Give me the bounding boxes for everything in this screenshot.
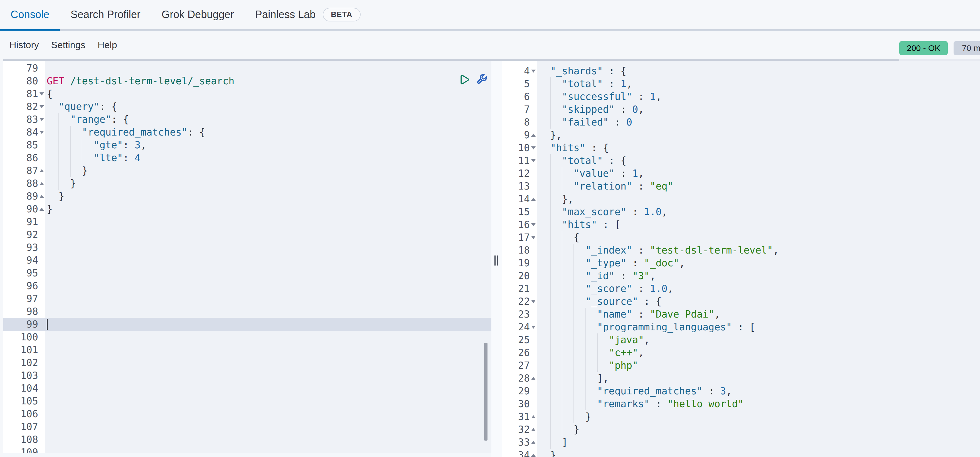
line-number: 97 <box>26 292 38 305</box>
fold-triangle-up-icon[interactable] <box>531 134 536 137</box>
fold-triangle-down-icon[interactable] <box>531 70 536 73</box>
line-number: 33 <box>518 436 530 449</box>
console-editors: 7980GET /test-dsl-term-level/_search81{8… <box>0 59 980 457</box>
fold-triangle-up-icon[interactable] <box>531 441 536 444</box>
fold-triangle-up-icon[interactable] <box>531 415 536 418</box>
code-token: : [ <box>732 322 755 333</box>
tab-console[interactable]: Console <box>0 0 60 29</box>
code-token: "hits" <box>562 219 597 230</box>
code-token: : { <box>111 114 129 125</box>
indent-guide <box>550 167 550 180</box>
fold-triangle-up-icon[interactable] <box>40 208 44 211</box>
indent-guide <box>59 126 59 139</box>
fold-triangle-up-icon[interactable] <box>531 454 536 457</box>
fold-triangle-down-icon[interactable] <box>40 92 44 96</box>
code-token: "total" <box>562 78 603 89</box>
indent-guide <box>585 372 586 385</box>
code-token <box>47 127 82 138</box>
fold-triangle-up-icon[interactable] <box>531 377 536 380</box>
indent-guide <box>562 359 562 372</box>
code-token: 4 <box>135 152 140 163</box>
code-token: 0 <box>626 116 632 128</box>
code-token: : <box>650 398 667 409</box>
fold-triangle-down-icon[interactable] <box>40 131 44 134</box>
code-token <box>64 75 70 86</box>
console-menu-bar: History Settings Help 200 - OK 70 ms <box>0 30 980 59</box>
panel-resizer[interactable] <box>492 61 503 457</box>
code-token: { <box>538 232 580 243</box>
code-token: : { <box>585 142 609 153</box>
request-scrollbar-thumb[interactable] <box>484 343 487 441</box>
send-request-button[interactable] <box>457 72 471 87</box>
code-line: 18 "_index" : "test-dsl-term-level", <box>502 244 980 256</box>
fold-triangle-up-icon[interactable] <box>40 182 44 185</box>
code-token: "required_matches" <box>597 385 703 396</box>
tab-search-profiler[interactable]: Search Profiler <box>60 0 151 29</box>
fold-triangle-up-icon[interactable] <box>531 428 536 431</box>
fold-triangle-down-icon[interactable] <box>531 236 536 239</box>
code-token: "Dave Pdai" <box>650 309 714 320</box>
code-line-text <box>45 62 492 75</box>
line-number: 79 <box>26 62 38 75</box>
line-number: 22 <box>518 295 530 308</box>
line-number: 27 <box>518 359 530 372</box>
code-line-text: "_score" : 1.0, <box>537 282 980 295</box>
code-line-text: "total" : 1, <box>537 77 980 90</box>
indent-guide <box>70 151 71 164</box>
indent-guide <box>562 180 562 193</box>
menu-item-history[interactable]: History <box>10 40 39 50</box>
code-line-text: "relation" : "eq" <box>537 180 980 193</box>
code-line: 103 <box>3 369 492 382</box>
text-cursor <box>47 318 48 330</box>
fold-triangle-down-icon[interactable] <box>531 146 536 150</box>
fold-triangle-down-icon[interactable] <box>531 300 536 303</box>
fold-triangle-down-icon[interactable] <box>40 105 44 108</box>
code-line-text: "php" <box>537 359 980 372</box>
code-token <box>538 168 573 179</box>
code-line: 80GET /test-dsl-term-level/_search <box>3 75 492 88</box>
request-options-button[interactable] <box>474 72 488 87</box>
code-token: : { <box>638 296 662 307</box>
code-token: : <box>632 309 650 320</box>
code-token: , <box>714 309 720 320</box>
code-token: 3 <box>720 385 726 396</box>
code-line: 97 <box>3 292 492 305</box>
fold-triangle-up-icon[interactable] <box>40 195 44 198</box>
code-line: 107 <box>3 420 492 433</box>
fold-triangle-up-icon[interactable] <box>40 169 44 172</box>
indent-guide <box>573 372 574 385</box>
response-viewer[interactable]: 4 "_shards" : {5 "total" : 1,6 "successf… <box>502 61 980 457</box>
indent-guide <box>70 164 71 177</box>
line-number: 24 <box>518 321 530 333</box>
code-token: "relation" <box>573 181 632 192</box>
code-token: "_doc" <box>644 258 679 269</box>
indent-guide <box>550 397 550 410</box>
tab-grok-debugger[interactable]: Grok Debugger <box>151 0 245 29</box>
fold-triangle-up-icon[interactable] <box>531 197 536 201</box>
indent-guide <box>562 308 562 321</box>
line-number: 11 <box>518 154 530 167</box>
code-token: : <box>632 245 650 256</box>
code-line: 93 <box>3 241 492 254</box>
indent-guide <box>585 308 586 321</box>
line-number: 34 <box>518 449 530 457</box>
fold-triangle-down-icon[interactable] <box>531 223 536 226</box>
menu-item-settings[interactable]: Settings <box>51 40 86 50</box>
line-number: 10 <box>518 142 530 154</box>
indent-guide <box>573 333 574 346</box>
code-line: 27 "php" <box>502 359 980 372</box>
indent-guide <box>573 269 574 282</box>
code-line-text <box>45 241 492 254</box>
code-line-text: } <box>537 449 980 457</box>
tab-painless-lab[interactable]: Painless Lab BETA <box>245 0 371 29</box>
code-line-text: "successful" : 1, <box>537 90 980 103</box>
indent-guide <box>550 205 550 218</box>
code-line-text: "remarks" : "hello world" <box>537 397 980 410</box>
menu-item-help[interactable]: Help <box>98 40 117 50</box>
indent-guide <box>550 231 550 244</box>
fold-triangle-down-icon[interactable] <box>531 159 536 162</box>
request-editor[interactable]: 7980GET /test-dsl-term-level/_search81{8… <box>3 61 492 457</box>
line-number: 94 <box>26 254 38 267</box>
fold-triangle-down-icon[interactable] <box>40 118 44 121</box>
fold-triangle-down-icon[interactable] <box>531 326 536 329</box>
